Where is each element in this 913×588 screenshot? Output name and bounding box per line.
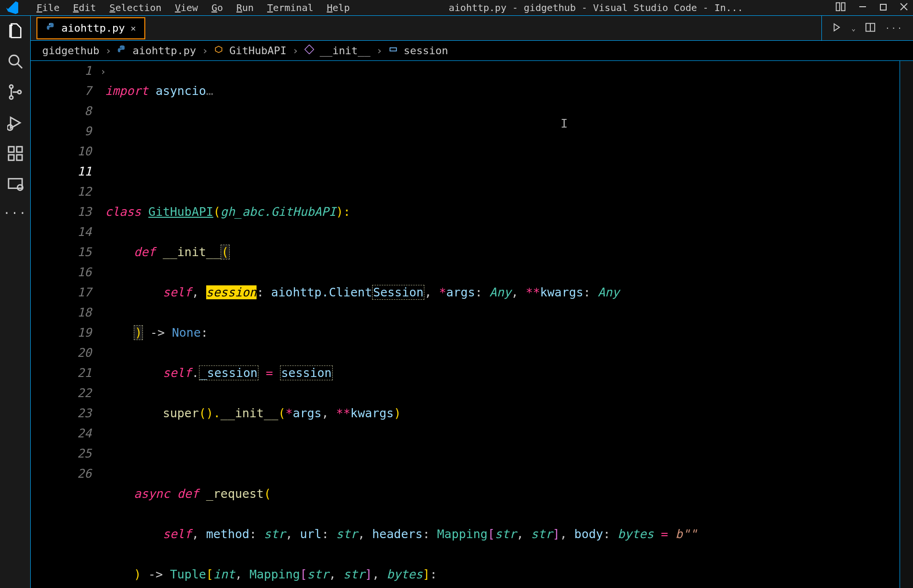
breadcrumb-separator: ›: [376, 45, 383, 57]
svg-point-9: [9, 96, 12, 99]
svg-rect-0: [836, 3, 840, 11]
python-file-icon: [46, 22, 56, 34]
svg-point-10: [17, 90, 21, 94]
breadcrumb-file[interactable]: aiohttp.py: [132, 45, 196, 57]
extensions-icon[interactable]: [7, 145, 23, 164]
run-file-icon[interactable]: [831, 22, 842, 35]
overflow-menu-icon[interactable]: ···: [3, 207, 27, 220]
python-file-icon: [117, 45, 127, 57]
maximize-button[interactable]: [879, 3, 887, 13]
method-symbol-icon: [304, 45, 314, 57]
svg-rect-1: [842, 3, 845, 11]
svg-rect-23: [304, 45, 314, 54]
breadcrumb-separator: ›: [292, 45, 298, 57]
menu-file[interactable]: File: [30, 2, 66, 13]
close-button[interactable]: [900, 2, 908, 13]
minimize-button[interactable]: [858, 2, 867, 13]
tab-label: aiohttp.py: [61, 22, 125, 34]
breadcrumb[interactable]: gidgethub › aiohttp.py › GitHubAPI › __i…: [31, 41, 913, 61]
more-actions-icon[interactable]: ···: [885, 24, 903, 33]
svg-rect-13: [16, 147, 22, 152]
main-area: ··· 1 aiohttp.py ✕ ⌄: [0, 15, 913, 588]
run-dropdown-icon[interactable]: ⌄: [852, 24, 855, 32]
breadcrumb-variable[interactable]: session: [404, 45, 448, 57]
variable-symbol-icon: [388, 45, 398, 57]
svg-point-6: [9, 55, 19, 65]
menu-edit[interactable]: Edit: [66, 2, 103, 13]
tab-bar: aiohttp.py ✕ ⌄ ···: [31, 16, 913, 41]
class-symbol-icon: [214, 45, 223, 57]
svg-line-7: [17, 63, 22, 68]
run-debug-icon[interactable]: [7, 115, 23, 133]
breadcrumb-folder[interactable]: gidgethub: [42, 45, 99, 57]
split-editor-icon[interactable]: [865, 22, 876, 35]
svg-rect-16: [8, 179, 22, 188]
svg-point-8: [9, 85, 12, 88]
breadcrumb-separator: ›: [202, 45, 208, 57]
explorer-icon[interactable]: [7, 23, 23, 41]
menu-terminal[interactable]: Terminal: [260, 2, 320, 13]
source-control-icon[interactable]: [7, 84, 23, 102]
svg-point-20: [49, 24, 50, 24]
remote-explorer-icon[interactable]: [7, 176, 23, 194]
window-title: aiohttp.py - gidgethub - Visual Studio C…: [357, 2, 835, 13]
tab-close-icon[interactable]: ✕: [130, 23, 136, 33]
code-content[interactable]: import asyncio… class GitHubAPI(gh_abc.G…: [105, 61, 900, 588]
svg-rect-15: [16, 155, 22, 160]
breadcrumb-class[interactable]: GitHubAPI: [229, 45, 286, 57]
menu-selection[interactable]: Selection: [103, 2, 168, 13]
menu-view[interactable]: View: [168, 2, 205, 13]
search-icon[interactable]: [7, 53, 23, 71]
layout-icon[interactable]: [835, 1, 846, 14]
svg-rect-12: [8, 147, 13, 152]
title-bar: File Edit Selection View Go Run Terminal…: [0, 0, 913, 15]
activity-bar: ··· 1: [0, 16, 31, 588]
line-gutter: 1› 7 8 9 10 11 12 13 14 15 16 17 18 19 2…: [31, 61, 105, 588]
editor: aiohttp.py ✕ ⌄ ··· gidgethub › ai: [31, 16, 913, 588]
minimap[interactable]: [900, 61, 913, 588]
code-editor[interactable]: 1› 7 8 9 10 11 12 13 14 15 16 17 18 19 2…: [31, 61, 913, 588]
svg-rect-3: [880, 4, 886, 10]
menu-go[interactable]: Go: [205, 2, 230, 13]
breadcrumb-method[interactable]: __init__: [320, 45, 371, 57]
svg-rect-24: [390, 48, 396, 51]
vscode-logo-icon: [5, 0, 20, 15]
breadcrumb-separator: ›: [105, 45, 111, 57]
tab-aiohttp[interactable]: aiohttp.py ✕: [36, 17, 145, 39]
editor-actions: ⌄ ···: [821, 16, 913, 40]
svg-rect-14: [8, 155, 13, 160]
menu-help[interactable]: Help: [320, 2, 356, 13]
menu-run[interactable]: Run: [230, 2, 260, 13]
